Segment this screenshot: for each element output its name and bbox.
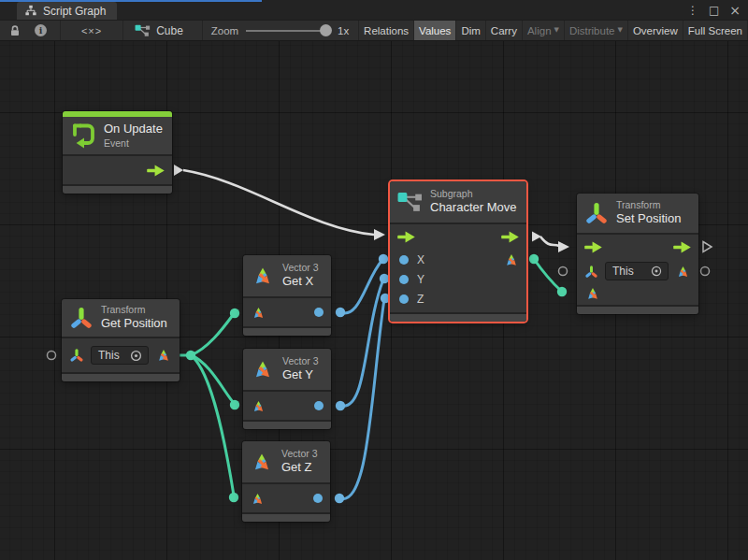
values-button[interactable]: Values [414, 21, 456, 40]
info-button[interactable]: i [31, 21, 50, 40]
node-set-position[interactable]: Transform Set Position This [577, 194, 698, 314]
code-icon: <×> [81, 25, 102, 36]
flow-output-port[interactable] [501, 231, 519, 243]
graph-breadcrumb[interactable]: Cube [135, 24, 183, 37]
node-type: Transform [616, 199, 681, 212]
info-icon: i [35, 24, 47, 36]
float-input-port-z[interactable] [399, 294, 409, 304]
node-footer [577, 307, 698, 314]
node-on-update[interactable]: On Update Event [63, 111, 172, 194]
carry-button[interactable]: Carry [486, 21, 523, 40]
transform-input-port[interactable] [584, 265, 598, 279]
vector3-icon [251, 357, 275, 381]
node-get-z[interactable]: Vector 3 Get Z [242, 441, 330, 522]
node-title: Get Y [282, 367, 319, 383]
node-footer [242, 514, 330, 522]
node-title: On Update [104, 122, 163, 137]
lock-icon [8, 24, 22, 37]
graph-toolbar: i <×> Cube Zoom 1x Relations Values Dim … [0, 20, 748, 41]
zoom-slider-track[interactable] [246, 30, 326, 32]
object-picker-icon[interactable] [650, 265, 663, 278]
transform-input-port[interactable] [69, 348, 84, 363]
node-footer [243, 422, 331, 429]
toolbar-divider [202, 21, 203, 40]
transform-icon [584, 201, 609, 225]
node-title: Get X [282, 274, 319, 290]
node-footer [62, 374, 180, 381]
toolbar-divider [122, 21, 123, 40]
node-type: Subgraph [430, 188, 516, 201]
float-output-port[interactable] [314, 401, 324, 410]
window-menu-icon[interactable]: ⋮ [687, 5, 698, 16]
dim-button[interactable]: Dim [456, 21, 485, 40]
float-output-port[interactable] [314, 308, 324, 317]
vector3-icon [251, 264, 275, 288]
float-input-port-y[interactable] [399, 275, 409, 284]
align-button[interactable]: Align ▼ [523, 21, 565, 40]
node-type: Vector 3 [282, 355, 319, 368]
tab-script-graph[interactable]: Script Graph [17, 2, 117, 20]
node-get-x[interactable]: Vector 3 Get X [243, 255, 331, 336]
flow-input-port[interactable] [584, 241, 602, 253]
distribute-button[interactable]: Distribute ▼ [565, 21, 628, 40]
graph-icon [135, 24, 151, 37]
toolbar-divider [60, 21, 61, 40]
target-object-field[interactable]: This [605, 262, 669, 280]
graph-name: Cube [156, 24, 183, 37]
port-label-y: Y [417, 273, 424, 286]
vector3-icon [250, 450, 274, 474]
chevron-down-icon: ▼ [618, 27, 623, 34]
wire-value-getz-to-charactermove[interactable] [339, 299, 384, 499]
maximize-icon[interactable]: □ [709, 5, 719, 16]
flow-output-port[interactable] [147, 165, 165, 177]
close-icon[interactable]: × [729, 4, 741, 17]
node-get-y[interactable]: Vector 3 Get Y [243, 349, 331, 429]
float-input-port-x[interactable] [399, 255, 409, 265]
graph-canvas[interactable]: On Update Event Transform Get Position T… [0, 41, 748, 560]
lock-button[interactable] [6, 21, 25, 40]
loop-icon [70, 122, 96, 150]
unconnected-port-circle[interactable] [559, 267, 568, 276]
node-footer [63, 186, 172, 194]
node-title: Get Z [281, 460, 318, 476]
float-output-port[interactable] [313, 494, 323, 503]
zoom-slider[interactable] [246, 24, 326, 36]
node-title: Character Move [430, 200, 516, 216]
node-type: Event [104, 137, 163, 151]
title-bar: Script Graph ⋮ □ × [0, 0, 748, 20]
flow-input-port[interactable] [397, 231, 415, 243]
zoom-label: Zoom [211, 25, 238, 36]
transform-icon [69, 306, 94, 330]
object-picker-icon[interactable] [129, 349, 143, 363]
zoom-slider-handle[interactable] [320, 24, 332, 36]
unconnected-flow-triangle[interactable] [703, 242, 712, 252]
chevron-down-icon: ▼ [554, 27, 559, 34]
full-screen-button[interactable]: Full Screen [683, 21, 748, 40]
relations-button[interactable]: Relations [359, 21, 414, 40]
tab-title: Script Graph [43, 5, 106, 18]
overview-button[interactable]: Overview [628, 21, 683, 40]
flow-output-port[interactable] [673, 241, 691, 253]
vector3-input-port[interactable] [251, 305, 266, 321]
target-object-field[interactable]: This [91, 346, 149, 365]
vector3-input-port[interactable] [584, 285, 601, 302]
node-type: Transform [101, 304, 167, 317]
vector3-output-port[interactable] [503, 251, 520, 268]
wire-flow-charactermove-to-setposition [532, 232, 569, 253]
vector3-output-port[interactable] [155, 347, 172, 364]
toolbar-toggle-group: Relations Values Dim Carry Align ▼ Distr… [359, 21, 748, 40]
node-character-move[interactable]: Subgraph Character Move X Y Z [390, 181, 526, 322]
vector3-input-port[interactable] [251, 398, 266, 414]
node-get-position[interactable]: Transform Get Position This [62, 299, 180, 381]
node-footer [390, 314, 526, 322]
script-graph-icon [24, 5, 37, 17]
node-title: Get Position [101, 316, 167, 332]
unconnected-port-circle[interactable] [701, 267, 710, 276]
subgraph-icon [397, 192, 423, 213]
node-type: Vector 3 [282, 262, 319, 275]
edit-source-button[interactable]: <×> [76, 21, 108, 40]
vector3-input-port[interactable] [250, 491, 266, 507]
unconnected-port-circle[interactable] [48, 352, 56, 360]
vector3-output-port[interactable] [675, 264, 691, 280]
zoom-value: 1x [338, 25, 349, 36]
